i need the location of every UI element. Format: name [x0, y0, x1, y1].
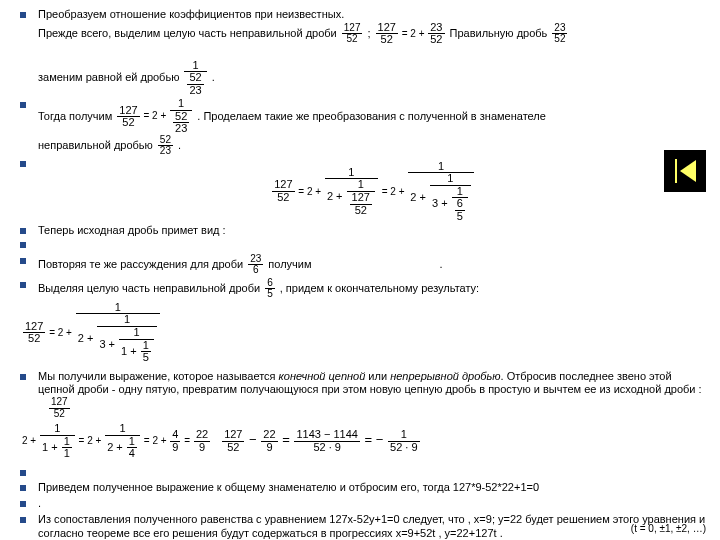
paragraph-6b: .: [20, 497, 708, 511]
paragraph-2: Тогда получим 12752 = 2 + 1 5223 . Проде…: [20, 98, 708, 157]
fraction-6-5: 65: [264, 278, 276, 300]
text: Приведем полученное выражение к общему з…: [38, 481, 539, 493]
spacer: 12752 = 2 + 1 2 + 1 12752 = 2 + 1 2 + 1 …: [20, 157, 708, 222]
fraction-127-52: 12752: [341, 23, 364, 45]
text: . Проделаем такие же преобразования с по…: [197, 110, 546, 124]
footer-formula: (t = 0, ±1, ±2, …): [631, 523, 706, 534]
paragraph-6a: Приведем полученное выражение к общему з…: [20, 481, 708, 495]
text: ;: [367, 27, 370, 41]
paragraph-3: Теперь исходная дробь примет вид :: [20, 224, 708, 238]
formula-step1: 12752 = 2 + 2352: [375, 22, 446, 46]
fraction-52-23: 5223: [157, 135, 174, 157]
text: получим: [268, 258, 311, 272]
text: Из сопоставления полученного равенства с…: [38, 513, 705, 539]
fraction-23-6: 236: [247, 254, 264, 276]
paragraph-5: Мы получили выражение, которое называетс…: [20, 370, 708, 460]
text-italic: непрерывной дробью: [390, 370, 500, 382]
text: .: [440, 258, 443, 272]
text: Теперь исходная дробь примет вид :: [38, 224, 226, 236]
text: .: [212, 71, 215, 85]
paragraph-4a: Повторяя те же рассуждения для дроби 236…: [20, 254, 708, 276]
text: .: [178, 139, 181, 153]
formula-subtract: 2 + 1 1 + 11 = 2 + 1 2 + 14 = 2 + 49 = 2…: [22, 423, 708, 460]
text: или: [365, 370, 390, 382]
text: Преобразуем отношение коэффициентов при …: [38, 8, 344, 20]
formula-nested1: 12752 = 2 + 1 5223: [116, 98, 193, 135]
text: Тогда получим: [38, 110, 112, 124]
formula-invert: 1 5223: [183, 60, 207, 97]
text: заменим равной ей дробью: [38, 71, 179, 85]
text: Правильную дробь: [450, 27, 548, 41]
text-italic: конечной цепной: [279, 370, 366, 382]
formula-big-nested: 12752 = 2 + 1 2 + 1 12752 = 2 + 1 2 + 1 …: [38, 161, 708, 223]
text: Прежде всего, выделим целую часть неправ…: [38, 27, 337, 41]
text: Повторяя те же рассуждения для дроби: [38, 258, 243, 272]
text: Мы получили выражение, которое называетс…: [38, 370, 279, 382]
text: , придем к окончательному результату:: [280, 282, 479, 296]
fraction-127-52b: 12752: [48, 397, 71, 419]
text: Выделяя целую часть неправильной дроби: [38, 282, 260, 296]
spacer: [20, 466, 708, 480]
paragraph-1: Преобразуем отношение коэффициентов при …: [20, 8, 708, 96]
text: неправильной дробью: [38, 139, 153, 153]
fraction-23-52: 2352: [551, 23, 568, 45]
paragraph-6c: Из сопоставления полученного равенства с…: [20, 513, 708, 540]
spacer: [20, 238, 708, 252]
paragraph-4b: Выделяя целую часть неправильной дроби 6…: [20, 278, 708, 364]
formula-final-cf: 12752 = 2 + 1 2 + 1 3 + 1 1 + 15: [22, 302, 708, 364]
text: .: [38, 497, 41, 509]
